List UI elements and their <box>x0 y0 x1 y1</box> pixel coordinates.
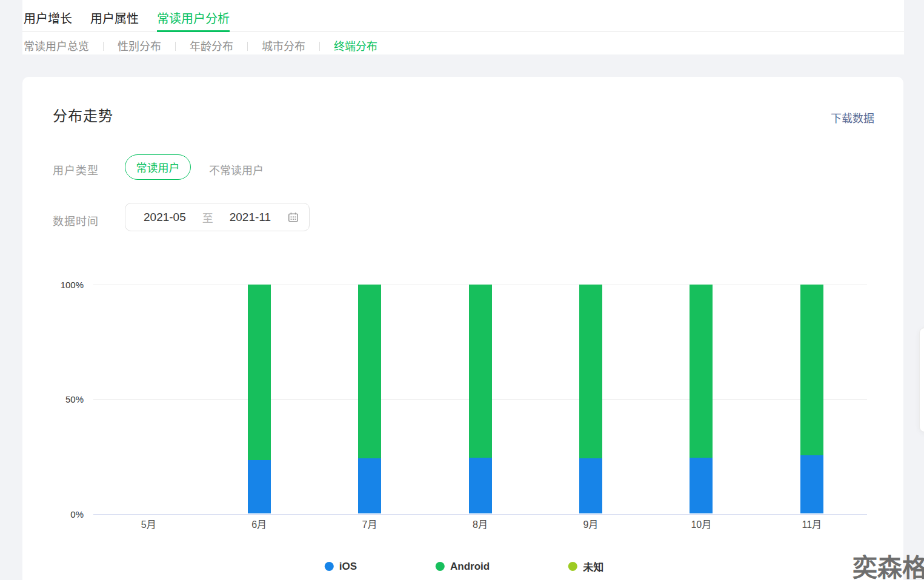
date-end-value[interactable]: 2021-11 <box>230 211 271 224</box>
bar-11月-iOS[interactable] <box>800 455 823 513</box>
gridline-100% <box>93 285 867 285</box>
subnav-divider <box>103 42 104 51</box>
tab-user-growth[interactable]: 用户增长 <box>24 0 72 32</box>
legend-item-android[interactable]: Android <box>436 561 490 573</box>
legend-label-android: Android <box>450 561 490 573</box>
y-axis-tick-50%: 50% <box>41 395 84 404</box>
subnav-divider <box>247 42 248 51</box>
legend-dot-android <box>436 562 445 571</box>
bar-6月-iOS[interactable] <box>248 460 271 514</box>
subnav-gender-distribution[interactable]: 性别分布 <box>118 38 161 53</box>
floating-side-widget[interactable] <box>919 328 924 432</box>
x-axis-tick-11月: 11月 <box>802 519 822 530</box>
bar-9月-Android[interactable] <box>579 285 602 458</box>
x-axis-tick-6月: 6月 <box>251 519 267 530</box>
x-axis-tick-9月: 9月 <box>583 519 598 530</box>
bar-8月-Android[interactable] <box>469 285 492 458</box>
bar-7月-Android[interactable] <box>358 285 381 458</box>
gridline-50% <box>93 399 867 400</box>
watermark-logo: 奕森格 <box>853 555 924 580</box>
subnav-age-distribution[interactable]: 年龄分布 <box>190 38 233 53</box>
terminal-distribution-chart: 0%50%100%5月6月7月8月9月10月11月 <box>22 77 903 580</box>
bar-10月-Android[interactable] <box>690 285 713 458</box>
primary-tabbar: 用户增长 用户属性 常读用户分析 <box>22 0 904 32</box>
bar-7月-iOS[interactable] <box>358 458 381 514</box>
legend-label-ios: iOS <box>339 561 357 573</box>
x-axis-tick-8月: 8月 <box>473 519 488 530</box>
y-axis-tick-100%: 100% <box>41 280 84 289</box>
legend-dot-ios <box>325 562 334 571</box>
subnav-city-distribution[interactable]: 城市分布 <box>262 38 305 53</box>
date-start-value[interactable]: 2021-05 <box>144 211 186 224</box>
user-type-regular-button[interactable]: 常读用户 <box>125 154 191 180</box>
bar-6月-Android[interactable] <box>248 285 271 460</box>
legend-dot-unknown <box>568 562 577 571</box>
bar-8月-iOS[interactable] <box>469 458 492 514</box>
panel-title: 分布走势 <box>53 104 113 125</box>
bar-10月-iOS[interactable] <box>690 458 713 513</box>
subnav-terminal-distribution[interactable]: 终端分布 <box>334 38 377 53</box>
legend-item-unknown[interactable]: 未知 <box>568 559 603 574</box>
bar-9月-iOS[interactable] <box>579 458 602 514</box>
x-axis-line <box>93 514 867 515</box>
x-axis-tick-5月: 5月 <box>141 519 156 530</box>
download-data-link[interactable]: 下载数据 <box>831 110 874 125</box>
user-type-label: 用户类型 <box>53 162 99 177</box>
y-axis-tick-0%: 0% <box>41 510 84 519</box>
calendar-icon <box>288 212 299 223</box>
x-axis-tick-7月: 7月 <box>362 519 377 530</box>
secondary-nav: 常读用户总览 性别分布 年龄分布 城市分布 终端分布 <box>22 32 904 54</box>
user-type-irregular-button[interactable]: 不常读用户 <box>209 162 264 177</box>
x-axis-tick-10月: 10月 <box>691 519 711 530</box>
chart-legend: iOS Android 未知 <box>325 559 603 574</box>
analytics-header: 用户增长 用户属性 常读用户分析 常读用户总览 性别分布 年龄分布 城市分布 终… <box>22 0 904 54</box>
date-range-picker[interactable]: 2021-05 至 2021-11 <box>125 203 310 231</box>
date-range-to-label: 至 <box>202 209 213 225</box>
legend-item-ios[interactable]: iOS <box>325 561 357 573</box>
tab-regular-reader-analysis[interactable]: 常读用户分析 <box>157 0 230 32</box>
distribution-trend-panel: 分布走势 下载数据 用户类型 常读用户 不常读用户 数据时间 2021-05 至… <box>22 77 903 580</box>
subnav-divider <box>319 42 320 51</box>
tab-user-attributes[interactable]: 用户属性 <box>90 0 139 32</box>
legend-label-unknown: 未知 <box>583 559 603 574</box>
date-range-label: 数据时间 <box>53 213 99 228</box>
bar-11月-Android[interactable] <box>800 285 823 455</box>
subnav-divider <box>175 42 176 51</box>
subnav-regular-reader-overview[interactable]: 常读用户总览 <box>24 38 89 53</box>
